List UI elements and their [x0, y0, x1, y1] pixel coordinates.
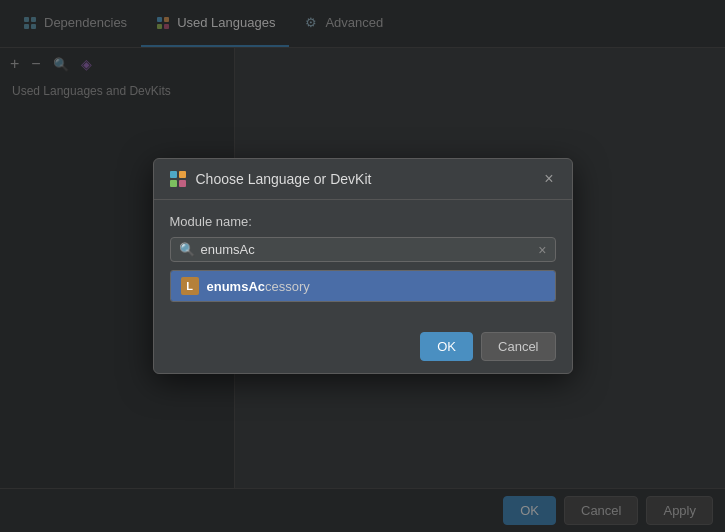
search-icon: 🔍 [179, 242, 195, 257]
modal-icon [168, 169, 188, 189]
modal-module-label: Module name: [170, 214, 556, 229]
item-text: enumsAccessory [207, 279, 310, 294]
svg-rect-11 [179, 180, 186, 187]
modal-title-row: Choose Language or DevKit [168, 169, 372, 189]
search-box: 🔍 × [170, 237, 556, 262]
modal-body: Module name: 🔍 × L enumsAccessory [154, 200, 572, 320]
item-text-rest: cessory [265, 279, 310, 294]
dropdown-list: L enumsAccessory [170, 270, 556, 302]
modal-cancel-button[interactable]: Cancel [481, 332, 555, 361]
modal-close-button[interactable]: × [540, 169, 557, 189]
svg-rect-8 [170, 171, 177, 178]
search-clear-button[interactable]: × [538, 243, 546, 257]
item-text-match: enumsAc [207, 279, 266, 294]
modal-overlay: Choose Language or DevKit × Module name:… [0, 0, 725, 532]
svg-rect-9 [179, 171, 186, 178]
modal-footer: OK Cancel [154, 320, 572, 373]
search-input[interactable] [201, 242, 533, 257]
svg-rect-10 [170, 180, 177, 187]
modal-header: Choose Language or DevKit × [154, 159, 572, 200]
modal-dialog: Choose Language or DevKit × Module name:… [153, 158, 573, 374]
list-item[interactable]: L enumsAccessory [171, 271, 555, 301]
modal-ok-button[interactable]: OK [420, 332, 473, 361]
item-type-icon: L [181, 277, 199, 295]
modal-title: Choose Language or DevKit [196, 171, 372, 187]
